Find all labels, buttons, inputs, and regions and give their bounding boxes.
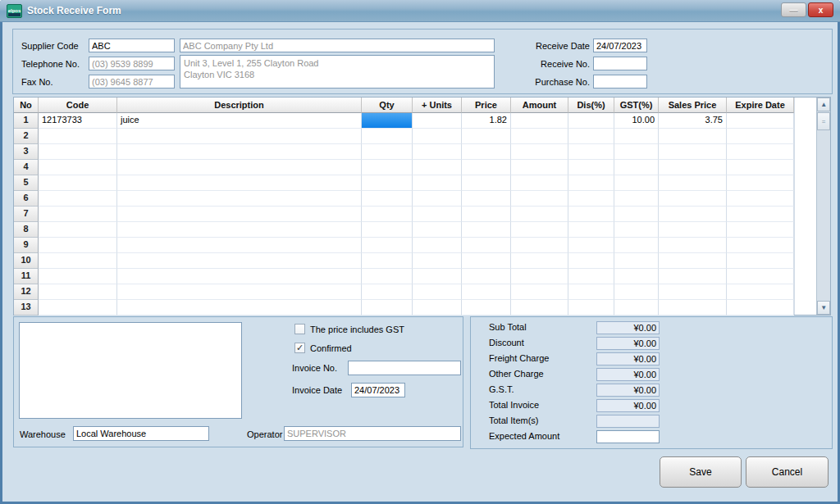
row-number-cell[interactable]: 13 <box>14 300 39 316</box>
grid-cell-price[interactable] <box>462 238 511 253</box>
grid-cell-description[interactable] <box>117 191 362 207</box>
grid-cell-amount[interactable] <box>511 269 568 284</box>
grid-cell-dis[interactable] <box>568 300 614 316</box>
grid-cell-sales_price[interactable] <box>659 129 727 144</box>
grid-cell-sales_price[interactable] <box>659 284 727 300</box>
grid-cell-sales_price[interactable] <box>659 253 727 269</box>
grid-cell-qty[interactable] <box>362 269 413 284</box>
scroll-up-button[interactable]: ▲ <box>817 98 830 111</box>
grid-cell-units[interactable] <box>413 113 462 129</box>
grid-cell-expire[interactable] <box>727 160 794 175</box>
grid-cell-sales_price[interactable] <box>659 175 727 191</box>
grid-cell-units[interactable] <box>413 191 462 207</box>
grid-cell-code[interactable] <box>39 284 117 300</box>
grid-cell-dis[interactable] <box>568 269 614 284</box>
grid-cell-amount[interactable] <box>511 175 568 191</box>
row-number-cell[interactable]: 10 <box>14 253 39 269</box>
notes-textarea[interactable] <box>19 322 242 419</box>
grid-cell-description[interactable] <box>117 253 362 269</box>
window-titlebar[interactable]: elpos Stock Receive Form — x <box>0 0 840 22</box>
grid-cell-expire[interactable] <box>727 191 794 207</box>
grid-cell-code[interactable] <box>39 238 117 253</box>
telephone-input[interactable] <box>89 57 175 70</box>
grid-cell-units[interactable] <box>413 207 462 222</box>
selected-qty-cell[interactable] <box>362 113 412 128</box>
scrollbar-thumb[interactable]: = <box>817 112 830 130</box>
grid-cell-price[interactable] <box>462 222 511 238</box>
grid-cell-qty[interactable] <box>362 207 413 222</box>
grid-cell-code[interactable] <box>39 300 117 316</box>
scroll-down-button[interactable]: ▼ <box>817 301 830 315</box>
grid-cell-units[interactable] <box>413 300 462 316</box>
grid-cell-expire[interactable] <box>727 129 794 144</box>
grid-cell-code[interactable] <box>39 269 117 284</box>
minimize-button[interactable]: — <box>781 2 806 17</box>
grid-cell-dis[interactable] <box>568 222 614 238</box>
grid-cell-price[interactable] <box>462 175 511 191</box>
grid-cell-expire[interactable] <box>727 222 794 238</box>
grid-cell-units[interactable] <box>413 175 462 191</box>
grid-cell-qty[interactable] <box>362 238 413 253</box>
grid-cell-dis[interactable] <box>568 238 614 253</box>
row-number-cell[interactable]: 2 <box>14 129 39 144</box>
price-includes-gst-checkbox[interactable] <box>294 324 305 334</box>
grid-cell-gst[interactable] <box>614 129 659 144</box>
grid-cell-gst[interactable] <box>614 191 659 207</box>
grid-cell-amount[interactable] <box>511 144 568 160</box>
grid-cell-description[interactable] <box>117 300 362 316</box>
grid-cell-description[interactable] <box>117 222 362 238</box>
grid-cell-expire[interactable] <box>727 253 794 269</box>
grid-cell-price[interactable] <box>462 269 511 284</box>
grid-cell-sales_price[interactable] <box>659 300 727 316</box>
grid-cell-expire[interactable] <box>727 113 794 129</box>
grid-cell-description[interactable] <box>117 207 362 222</box>
row-number-cell[interactable]: 9 <box>14 238 39 253</box>
grid-cell-code[interactable] <box>39 222 117 238</box>
grid-cell-sales_price[interactable]: 3.75 <box>659 113 727 129</box>
grid-cell-price[interactable] <box>462 160 511 175</box>
grid-cell-code[interactable] <box>39 253 117 269</box>
grid-cell-amount[interactable] <box>511 222 568 238</box>
grid-cell-code[interactable] <box>39 144 117 160</box>
grid-cell-qty[interactable] <box>362 113 413 129</box>
grid-cell-amount[interactable] <box>511 253 568 269</box>
grid-cell-code[interactable] <box>39 207 117 222</box>
grid-cell-amount[interactable] <box>511 113 568 129</box>
grid-cell-expire[interactable] <box>727 175 794 191</box>
grid-cell-units[interactable] <box>413 238 462 253</box>
grid-cell-description[interactable] <box>117 175 362 191</box>
grid-cell-gst[interactable]: 10.00 <box>614 113 659 129</box>
grid-cell-gst[interactable] <box>614 175 659 191</box>
grid-cell-qty[interactable] <box>362 191 413 207</box>
invoice-date-input[interactable] <box>351 383 405 397</box>
grid-cell-gst[interactable] <box>614 207 659 222</box>
grid-cell-code[interactable]: 12173733 <box>39 113 117 129</box>
grid-cell-expire[interactable] <box>727 269 794 284</box>
purchase-no-input[interactable] <box>593 75 647 89</box>
row-number-cell[interactable]: 1 <box>14 113 39 129</box>
scrollbar-track[interactable] <box>817 130 830 301</box>
grid-cell-price[interactable] <box>462 300 511 316</box>
grid-cell-expire[interactable] <box>727 144 794 160</box>
row-number-cell[interactable]: 7 <box>14 207 39 222</box>
grid-cell-qty[interactable] <box>362 129 413 144</box>
grid-cell-qty[interactable] <box>362 160 413 175</box>
grid-cell-price[interactable] <box>462 284 511 300</box>
grid-cell-code[interactable] <box>39 129 117 144</box>
grid-cell-price[interactable]: 1.82 <box>462 113 511 129</box>
receive-date-input[interactable] <box>593 39 647 52</box>
grid-cell-amount[interactable] <box>511 191 568 207</box>
grid-cell-dis[interactable] <box>568 284 614 300</box>
grid-cell-amount[interactable] <box>511 129 568 144</box>
save-button[interactable]: Save <box>660 456 742 488</box>
grid-cell-description[interactable] <box>117 284 362 300</box>
grid-cell-description[interactable] <box>117 129 362 144</box>
grid-cell-amount[interactable] <box>511 160 568 175</box>
invoice-no-input[interactable] <box>348 361 461 375</box>
grid-cell-gst[interactable] <box>614 300 659 316</box>
grid-cell-units[interactable] <box>413 253 462 269</box>
supplier-code-input[interactable] <box>89 39 175 52</box>
row-number-cell[interactable]: 12 <box>14 284 39 300</box>
grid-cell-sales_price[interactable] <box>659 269 727 284</box>
grid-cell-units[interactable] <box>413 269 462 284</box>
